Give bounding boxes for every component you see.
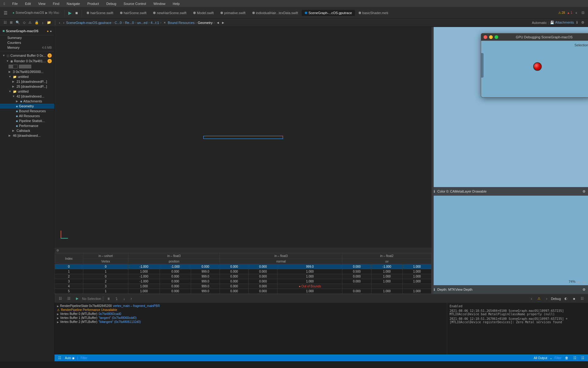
next-warning-btn[interactable]: ›: [544, 296, 549, 301]
breadcrumb-item-c0[interactable]: C...0: [115, 21, 122, 25]
navigate-menu[interactable]: Navigate: [66, 2, 81, 6]
close-traffic-light[interactable]: [484, 35, 487, 39]
sidebar-tree-callstack[interactable]: ▶ Callstack: [0, 128, 54, 133]
settings-btn[interactable]: ⚙: [580, 20, 586, 25]
tab-model[interactable]: Model.swift: [190, 10, 217, 16]
sidebar-item-memory[interactable]: Memory 4.6 MB: [0, 45, 54, 50]
back-btn[interactable]: ‹: [58, 20, 62, 25]
prev-warning-btn[interactable]: ‹: [529, 296, 534, 301]
step-in-btn[interactable]: ↓: [121, 296, 127, 301]
tab-primative[interactable]: primative.swift: [217, 10, 249, 16]
log-link[interactable]: "bitangent" (0x7fa48061132d0): [99, 320, 141, 324]
breadcrumb-item-root[interactable]: SceneGraph-macOS.gputrace: [66, 21, 111, 25]
table-row[interactable]: 4 3 1.000 0.000 999.0 0.000 0.000 ● Out …: [55, 284, 432, 289]
run-btn[interactable]: ▶: [74, 296, 80, 301]
tab-newHairScene[interactable]: newHairScene.swift: [150, 10, 190, 16]
toggle-left-panel-btn[interactable]: ☷: [57, 296, 64, 301]
sidebar-tree-46[interactable]: ▶ 46 [drawIndexed...: [0, 133, 54, 138]
nav-back-btn[interactable]: ◀: [216, 21, 220, 25]
sidebar-tree-command-buffer[interactable]: ▼ ◻ Command Buffer 0 0x... !: [0, 53, 54, 58]
search-icon-btn[interactable]: 🔍: [14, 20, 21, 25]
sidebar-tree-geometry[interactable]: ■ Geometry: [0, 104, 54, 109]
log-link[interactable]: 0x7fa48060cad0: [99, 312, 121, 316]
cpu-graph-btn[interactable]: ■: [571, 296, 577, 301]
clear-console-btn[interactable]: 🗑: [564, 355, 570, 360]
tab-individualHair[interactable]: individualHair...texData.swift: [249, 10, 301, 16]
sidebar-tree-pipeline-stats[interactable]: ■ Pipeline Statisti...: [0, 118, 54, 123]
inspector-btn[interactable]: ℹ: [575, 20, 579, 25]
tab-hairScene1[interactable]: hairScene.swift: [84, 10, 116, 16]
console-expand-btn[interactable]: ☷: [580, 355, 586, 361]
add-tab-btn[interactable]: +: [574, 10, 579, 15]
folder-btn[interactable]: 📁: [46, 20, 52, 25]
sidebar-item-counters[interactable]: Counters: [0, 40, 54, 45]
lock-btn[interactable]: 🔒: [33, 20, 40, 25]
source-btn[interactable]: ↕: [41, 20, 45, 25]
zoom-out-btn[interactable]: −: [564, 280, 567, 285]
sidebar-tree-all-resources[interactable]: ■ All Resources: [0, 113, 54, 118]
table-row[interactable]: 3 2 -1.000 0.000 999.0 0.000 0.000 1.000…: [55, 279, 432, 284]
reset-zoom-btn[interactable]: ⊙: [581, 280, 586, 285]
breadcrumb-item-4t1[interactable]: 4...t:1: [151, 21, 159, 25]
nav-fwd-btn[interactable]: ▶: [221, 21, 225, 25]
step-out-btn[interactable]: ↑: [129, 296, 134, 301]
stop-btn[interactable]: ■: [74, 10, 79, 16]
help-menu[interactable]: Help: [172, 2, 181, 6]
find-menu[interactable]: Find: [51, 2, 60, 6]
structure-btn[interactable]: ☷: [2, 20, 8, 25]
log-link[interactable]: "tangent" (0x7fa48060cdd0): [99, 316, 137, 320]
sidebar-tree-performance[interactable]: ■ Performance: [0, 123, 54, 128]
warning-icon-btn[interactable]: ⚠: [536, 296, 542, 301]
diamond-btn[interactable]: ◇: [22, 20, 27, 25]
edit-menu[interactable]: Edit: [24, 2, 32, 6]
table-row[interactable]: 5 1 1.000 0.000 999.0 0.000 0.000 1.000 …: [55, 289, 432, 294]
warning-btn[interactable]: ⚠: [27, 20, 33, 25]
sidebar-tree-render0[interactable]: ▼ ◼ Render 0 0x7fa4810... !: [0, 58, 54, 64]
breadcrumb-item-uned[interactable]: un...ed: [137, 21, 148, 25]
sidebar-tree-21[interactable]: ▶ 21 [drawIndexedP...]: [0, 79, 54, 84]
adjust-btn[interactable]: ⊞: [9, 20, 14, 25]
apple-menu[interactable]: : [2, 2, 6, 6]
forward-btn[interactable]: ›: [62, 20, 66, 25]
status-left-btn[interactable]: ☷: [57, 355, 62, 361]
play-btn[interactable]: ▶: [67, 10, 73, 16]
sidebar-item-summary[interactable]: Summary: [0, 35, 54, 40]
memory-graph-btn[interactable]: ◐: [563, 296, 569, 301]
sidebar-tree-untitled1[interactable]: ▼ 📁 untitled: [0, 74, 54, 79]
table-row[interactable]: 1 1 1.000 0.000 999.0 0.000 0.000 1.000 …: [55, 269, 432, 274]
table-row[interactable]: 2 0 -1.000 0.000 999.0 0.000 0.000 1.000…: [55, 274, 432, 279]
split-editor-btn[interactable]: ⊡: [580, 10, 586, 15]
breadcrumb-item-geometry[interactable]: Geometry: [198, 21, 213, 25]
log-link[interactable]: vertex_main – fragment_mainPBR: [113, 304, 160, 308]
sidebar-tree-25[interactable]: ▶ 25 [drawIndexedP...]: [0, 84, 54, 89]
tab-gputrace[interactable]: SceneGraph-...cOS.gputrace: [302, 10, 355, 16]
pause-btn[interactable]: ⏸: [105, 296, 112, 301]
window-menu[interactable]: Window: [152, 2, 167, 6]
preview-top-label: ℹ Color 0: CAMetalLayer Drawable ⚙: [434, 187, 588, 196]
tab-hairScene2[interactable]: hairScene.swift: [117, 10, 150, 16]
zoom-in-btn[interactable]: +: [577, 280, 580, 285]
breadcrumb-item-re0[interactable]: Re...0: [125, 21, 134, 25]
close-breadcrumb-btn[interactable]: ✕: [162, 21, 167, 25]
table-row[interactable]: 0 0 -1.000 -1.000 0.000 0.000 0.000 999.…: [55, 264, 432, 269]
console-options-btn[interactable]: ☷: [572, 355, 578, 361]
sidebar-toggle-btn[interactable]: ☰: [2, 10, 9, 16]
source-control-menu[interactable]: Source Control: [123, 2, 147, 6]
step-over-btn[interactable]: ⤵: [114, 296, 119, 301]
sidebar-tree-attachments[interactable]: ▶ ■ Attachments: [0, 99, 54, 104]
sidebar-tree-42[interactable]: ▼ 42 [drawIndexed...: [0, 94, 54, 99]
file-menu[interactable]: File: [11, 2, 19, 6]
minimize-traffic-light[interactable]: [489, 35, 493, 39]
view-menu[interactable]: View: [37, 2, 47, 6]
zoom-traffic-light[interactable]: [495, 35, 498, 39]
tab-scenegraph-scene[interactable]: ● SceneGraph-macOS ▶ My Mac: [9, 10, 62, 16]
debug-menu[interactable]: Debug: [105, 2, 117, 6]
toggle-console-btn[interactable]: ☷: [66, 296, 72, 301]
sidebar-tree-untitled2[interactable]: ▼ 📁 untitled: [0, 89, 54, 94]
tab-basicShader[interactable]: basicShader.meti: [356, 10, 391, 16]
thread-btn[interactable]: ☷: [579, 296, 586, 301]
sidebar-tree-bound-resources[interactable]: ■ Bound Resources: [0, 109, 54, 113]
product-menu[interactable]: Product: [86, 2, 100, 6]
breadcrumb-item-bound[interactable]: Bound Resources: [168, 21, 194, 25]
sidebar-tree-3ox[interactable]: ▶ 3 0x7fa481095000...: [0, 69, 54, 74]
